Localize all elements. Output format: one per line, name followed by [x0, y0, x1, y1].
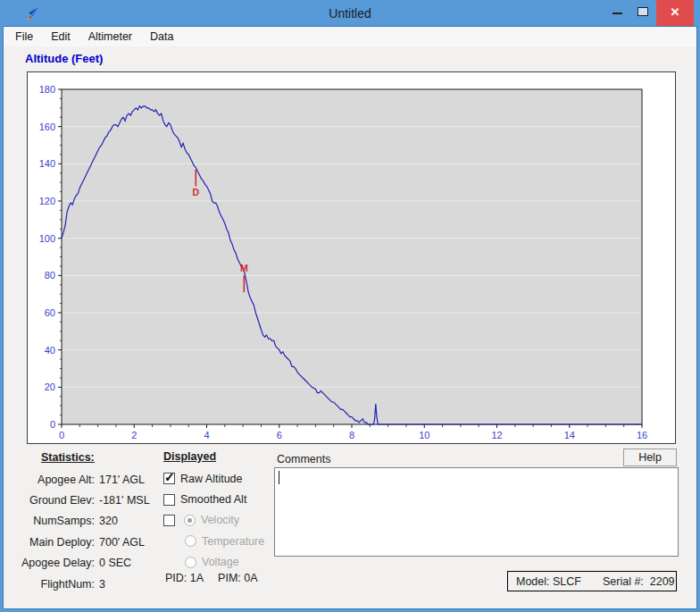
svg-text:16: 16 [637, 430, 647, 440]
close-icon: ✕ [656, 5, 694, 19]
svg-text:100: 100 [39, 233, 55, 244]
temperature-radio [185, 535, 196, 547]
temperature-label: Temperature [202, 535, 264, 548]
voltage-label: Voltage [202, 556, 239, 568]
velocity-label: Velocity [201, 514, 239, 526]
smoothed-alt-checkbox[interactable] [163, 494, 175, 506]
raw-altitude-checkbox[interactable] [163, 473, 175, 484]
stat-row-numsamps: NumSamps: 320 [16, 511, 159, 532]
stat-value: 3 [99, 578, 105, 591]
altitude-chart: 0204060801001201401601800246810121416DM [28, 72, 675, 443]
stat-value: 171' AGL [99, 474, 145, 486]
voltage-row: Voltage [163, 552, 271, 573]
stat-label: Main Deploy: [16, 536, 95, 549]
window-title: Untitled [0, 6, 700, 21]
stat-label: FlightNum: [16, 578, 95, 591]
minimize-icon [612, 13, 622, 14]
model-value: Model: SLCF [516, 575, 581, 588]
pim-value: PIM: 0A [218, 572, 257, 584]
smoothed-alt-row: Smoothed Alt [163, 489, 271, 509]
voltage-radio [185, 557, 196, 568]
menu-file[interactable]: File [6, 29, 42, 45]
svg-text:120: 120 [39, 196, 55, 206]
svg-text:M: M [240, 263, 248, 273]
maximize-button[interactable] [630, 0, 655, 26]
displayed-header: Displayed [163, 450, 216, 463]
svg-text:8: 8 [349, 430, 354, 440]
svg-text:180: 180 [39, 84, 55, 95]
svg-text:12: 12 [491, 430, 502, 440]
svg-text:160: 160 [39, 122, 55, 132]
serial-value: Serial #: 2209 [603, 575, 675, 588]
minimize-button[interactable] [605, 0, 630, 26]
titlebar[interactable]: Untitled ✕ [0, 0, 700, 27]
svg-text:2: 2 [131, 430, 137, 440]
smoothed-alt-label: Smoothed Alt [180, 493, 246, 506]
close-button[interactable]: ✕ [656, 0, 694, 26]
pid-pim-row: PID: 1A PIM: 0A [165, 572, 281, 584]
temperature-row: Temperature [163, 531, 271, 551]
svg-text:140: 140 [39, 158, 55, 169]
stat-label: Apogee Alt: [16, 474, 95, 486]
svg-text:20: 20 [45, 381, 55, 392]
velocity-radio [184, 515, 196, 526]
comments-label: Comments [277, 453, 330, 465]
menu-data[interactable]: Data [141, 29, 182, 45]
stat-row-flightnum: FlightNum: 3 [16, 574, 159, 594]
text-caret [279, 471, 279, 484]
svg-text:6: 6 [277, 430, 282, 440]
stat-row-ground-elev: Ground Elev: -181' MSL [16, 490, 159, 510]
stat-value: -181' MSL [99, 494, 150, 507]
menu-altimeter[interactable]: Altimeter [79, 29, 141, 45]
stat-label: NumSamps: [16, 515, 95, 527]
menu-edit[interactable]: Edit [42, 29, 79, 45]
altitude-chart-panel: 0204060801001201401601800246810121416DM [27, 71, 676, 444]
velocity-group-row: Velocity [163, 510, 271, 531]
app-window: Untitled ✕ File Edit Altimeter Data Alti… [0, 0, 700, 612]
client-area: Altitude (Feet) 020406080100120140160180… [4, 46, 696, 608]
velocity-group-checkbox[interactable] [163, 515, 175, 526]
svg-text:14: 14 [564, 430, 575, 440]
svg-text:10: 10 [419, 430, 429, 440]
raw-altitude-row: Raw Altitude [163, 468, 271, 489]
raw-altitude-label: Raw Altitude [180, 473, 242, 485]
displayed-block: Raw Altitude Smoothed Alt Velocity Tempe… [163, 468, 271, 573]
stat-value: 700' AGL [99, 536, 145, 549]
stat-value: 0 SEC [99, 557, 131, 569]
statistics-block: Apogee Alt: 171' AGL Ground Elev: -181' … [16, 469, 159, 594]
svg-text:40: 40 [45, 345, 55, 356]
stat-label: Ground Elev: [16, 494, 95, 507]
pid-value: PID: 1A [165, 572, 204, 584]
svg-text:4: 4 [204, 430, 209, 440]
svg-text:80: 80 [45, 270, 55, 281]
comments-textarea[interactable] [274, 467, 679, 557]
svg-text:0: 0 [59, 430, 64, 440]
svg-text:60: 60 [45, 307, 55, 318]
stat-label: Apogee Delay: [16, 557, 95, 569]
maximize-icon [638, 7, 648, 16]
chart-title: Altitude (Feet) [25, 52, 103, 65]
stat-row-apogee-delay: Apogee Delay: 0 SEC [16, 553, 159, 574]
menubar: File Edit Altimeter Data [4, 27, 696, 46]
stat-value: 320 [99, 515, 118, 527]
stat-row-apogee-alt: Apogee Alt: 171' AGL [16, 469, 159, 490]
statistics-header: Statistics: [41, 451, 95, 464]
svg-text:0: 0 [50, 419, 55, 430]
stat-row-main-deploy: Main Deploy: 700' AGL [16, 532, 159, 552]
help-button[interactable]: Help [623, 449, 677, 466]
svg-text:D: D [193, 187, 200, 197]
device-info-box: Model: SLCF Serial #: 2209 [507, 571, 677, 591]
